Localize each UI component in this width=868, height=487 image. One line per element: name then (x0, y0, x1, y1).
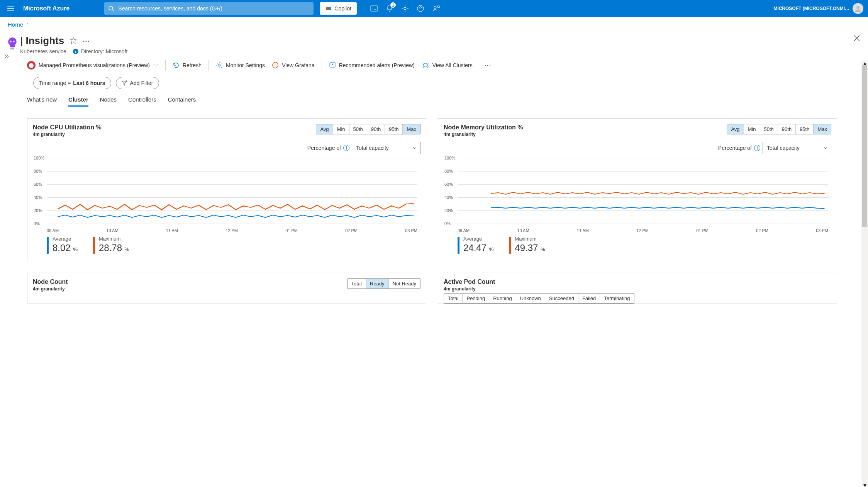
cpu-capacity-select[interactable]: Total capacity (352, 142, 420, 154)
add-filter-button[interactable]: Add Filter (116, 77, 159, 89)
info-icon[interactable]: i (343, 145, 349, 151)
agg-min[interactable]: Min (333, 124, 349, 134)
refresh-icon (173, 62, 180, 69)
chevron-down-icon (412, 146, 417, 150)
refresh-button[interactable]: Refresh (173, 62, 202, 69)
y-tick: 0% (444, 221, 451, 226)
agg-90th[interactable]: 90th (367, 124, 385, 134)
command-bar: Managed Prometheus visualizations (Previ… (15, 54, 868, 74)
x-tick: 09 AM (47, 228, 59, 233)
x-tick: 11 AM (577, 228, 589, 233)
toggle-not-ready[interactable]: Not Ready (389, 279, 420, 288)
cloud-shell-button[interactable] (370, 4, 379, 13)
agg-95th[interactable]: 95th (385, 124, 403, 134)
notifications-button[interactable]: 1 (385, 4, 394, 13)
legend-item[interactable]: Maximum49.37 % (509, 236, 545, 254)
toggle-total[interactable]: Total (444, 294, 463, 303)
panel-title: Active Pod Count (444, 278, 495, 285)
view-grafana-button[interactable]: View Grafana (272, 62, 315, 69)
agg-max[interactable]: Max (814, 124, 831, 134)
recommended-alerts-button[interactable]: Recommended alerts (Preview) (329, 62, 415, 69)
insights-bulb-icon (7, 37, 18, 50)
toggle-pending[interactable]: Pending (463, 294, 489, 303)
favorite-button[interactable] (70, 37, 77, 45)
agg-50th[interactable]: 50th (349, 124, 367, 134)
panel-active-pod-count: Active Pod Count 4m granularity TotalPen… (438, 273, 837, 304)
refresh-label: Refresh (183, 62, 202, 68)
toggle-total[interactable]: Total (348, 279, 366, 288)
cpu-chart[interactable]: 100%80%60%40%20%0% 09 AM10 AM11 AM12 PM0… (47, 158, 417, 231)
x-tick: 02 PM (756, 228, 768, 233)
page-more-button[interactable]: ⋯ (83, 37, 90, 45)
x-tick: 12 PM (225, 228, 238, 233)
toolbar-overflow-button[interactable]: ⋯ (484, 61, 492, 70)
topbar-icon-strip: 1 (363, 4, 441, 13)
agg-max[interactable]: Max (403, 124, 420, 134)
toggle-ready[interactable]: Ready (366, 279, 389, 288)
close-blade-button[interactable] (853, 35, 860, 42)
panel-node-cpu: Node CPU Utilization % 4m granularity Av… (27, 118, 426, 261)
tab-what-s-new[interactable]: What's new (27, 96, 57, 107)
expand-nav-button[interactable] (4, 54, 9, 59)
page-title: | Insights (20, 35, 64, 47)
settings-button[interactable] (400, 4, 410, 13)
page-title-row: | Insights ⋯ (20, 35, 853, 47)
search-input[interactable] (104, 2, 314, 15)
mem-chart[interactable]: 100%80%60%40%20%0% 09 AM10 AM11 AM12 PM0… (458, 158, 828, 231)
legend-item[interactable]: Average8.02 % (47, 236, 78, 254)
copilot-button[interactable]: Copilot (320, 2, 357, 15)
toggle-succeeded[interactable]: Succeeded (545, 294, 578, 303)
mem-legend: Average24.47 %Maximum49.37 % (458, 236, 831, 254)
feedback-button[interactable] (431, 4, 441, 13)
percentage-of-label: Percentage of (718, 145, 752, 151)
agg-avg[interactable]: Avg (316, 124, 333, 134)
x-tick: 03 PM (816, 228, 828, 233)
mem-agg-toggle: AvgMin50th90th95thMax (727, 124, 831, 134)
time-range-filter[interactable]: Time range = Last 6 hours (33, 77, 111, 89)
info-icon[interactable]: i (754, 145, 760, 151)
legend-name: Maximum (99, 236, 129, 242)
breadcrumb-home[interactable]: Home (8, 21, 23, 28)
agg-90th[interactable]: 90th (778, 124, 796, 134)
svg-point-7 (856, 6, 860, 9)
toggle-terminating[interactable]: Terminating (600, 294, 634, 303)
account-menu[interactable]: MICROSOFT (MICROSOFT.ONMI… (773, 3, 863, 14)
tab-cluster[interactable]: Cluster (68, 96, 88, 107)
monitor-settings-button[interactable]: Monitor Settings (216, 62, 265, 69)
toggle-running[interactable]: Running (489, 294, 516, 303)
tab-nodes[interactable]: Nodes (100, 96, 117, 107)
toggle-failed[interactable]: Failed (578, 294, 600, 303)
agg-min[interactable]: Min (744, 124, 760, 134)
account-label: MICROSOFT (MICROSOFT.ONMI… (773, 6, 849, 11)
monitor-settings-label: Monitor Settings (226, 62, 265, 68)
y-tick: 100% (34, 156, 44, 160)
legend-item[interactable]: Average24.47 % (458, 236, 493, 254)
add-filter-icon (122, 80, 128, 86)
tab-containers[interactable]: Containers (168, 96, 196, 107)
hamburger-menu[interactable] (5, 6, 17, 11)
filters-row: Time range = Last 6 hours Add Filter (15, 74, 868, 89)
vertical-scrollbar[interactable]: ▴ ▾ (861, 61, 868, 312)
mem-capacity-select[interactable]: Total capacity (763, 142, 831, 154)
svg-point-16 (423, 66, 424, 68)
x-tick: 09 AM (458, 228, 470, 233)
view-all-clusters-button[interactable]: View All Clusters (422, 62, 473, 69)
legend-item[interactable]: Maximum28.78 % (93, 236, 129, 254)
help-button[interactable] (416, 4, 425, 13)
svg-point-4 (404, 7, 406, 10)
panel-title: Node Count (33, 278, 68, 285)
svg-point-2 (328, 7, 331, 10)
brand-label[interactable]: Microsoft Azure (23, 5, 70, 12)
prometheus-label: Managed Prometheus visualizations (Previ… (39, 62, 150, 68)
panel-granularity: 4m granularity (33, 286, 68, 292)
prometheus-visualizations-dropdown[interactable]: Managed Prometheus visualizations (Previ… (27, 61, 158, 70)
agg-50th[interactable]: 50th (760, 124, 778, 134)
agg-avg[interactable]: Avg (727, 124, 744, 134)
scrollbar-thumb[interactable] (862, 65, 867, 227)
legend-swatch (509, 237, 511, 254)
toggle-unknown[interactable]: Unknown (516, 294, 545, 303)
agg-95th[interactable]: 95th (796, 124, 814, 134)
tab-controllers[interactable]: Controllers (128, 96, 156, 107)
legend-value: 24.47 % (463, 243, 493, 253)
panels-grid: Node CPU Utilization % 4m granularity Av… (15, 107, 868, 312)
